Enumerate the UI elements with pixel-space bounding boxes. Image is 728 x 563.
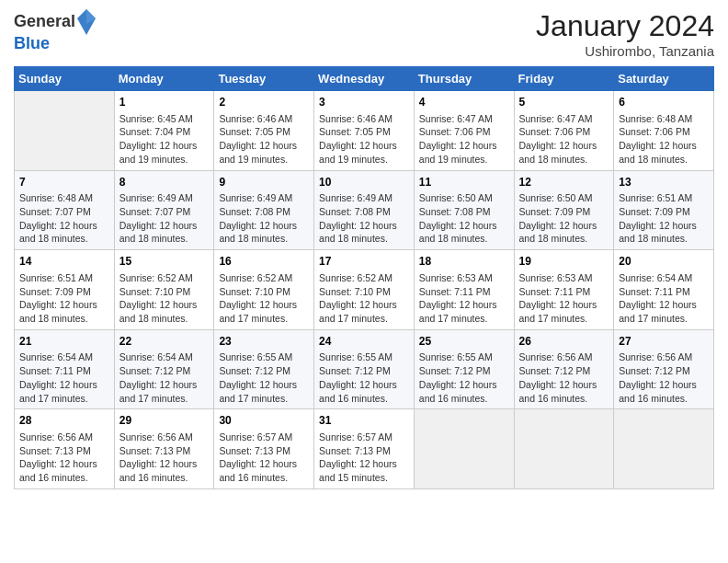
day-detail: Sunrise: 6:56 AMSunset: 7:13 PMDaylight:…	[119, 431, 210, 485]
day-cell: 4Sunrise: 6:47 AMSunset: 7:06 PMDaylight…	[414, 91, 514, 171]
day-cell: 6Sunrise: 6:48 AMSunset: 7:06 PMDaylight…	[614, 91, 714, 171]
day-number: 10	[319, 175, 409, 190]
day-number: 7	[19, 175, 109, 190]
day-cell: 21Sunrise: 6:54 AMSunset: 7:11 PMDayligh…	[15, 329, 115, 409]
day-cell: 28Sunrise: 6:56 AMSunset: 7:13 PMDayligh…	[15, 409, 115, 489]
day-cell: 16Sunrise: 6:52 AMSunset: 7:10 PMDayligh…	[214, 250, 314, 330]
day-cell: 1Sunrise: 6:45 AMSunset: 7:04 PMDaylight…	[114, 91, 214, 171]
day-detail: Sunrise: 6:52 AMSunset: 7:10 PMDaylight:…	[219, 271, 309, 326]
day-detail: Sunrise: 6:51 AMSunset: 7:09 PMDaylight:…	[19, 271, 109, 326]
day-cell: 3Sunrise: 6:46 AMSunset: 7:05 PMDaylight…	[314, 91, 415, 171]
week-row-1: 1Sunrise: 6:45 AMSunset: 7:04 PMDaylight…	[15, 91, 714, 171]
day-number: 4	[419, 95, 509, 110]
day-cell: 8Sunrise: 6:49 AMSunset: 7:07 PMDaylight…	[114, 170, 214, 250]
day-detail: Sunrise: 6:52 AMSunset: 7:10 PMDaylight:…	[319, 271, 409, 326]
day-number: 23	[219, 334, 309, 350]
day-detail: Sunrise: 6:54 AMSunset: 7:11 PMDaylight:…	[19, 350, 109, 405]
day-number: 28	[19, 413, 109, 429]
header-monday: Monday	[114, 67, 214, 91]
day-number: 29	[119, 413, 210, 429]
day-number: 19	[519, 254, 609, 270]
day-detail: Sunrise: 6:49 AMSunset: 7:08 PMDaylight:…	[219, 191, 309, 246]
day-cell: 29Sunrise: 6:56 AMSunset: 7:13 PMDayligh…	[114, 409, 214, 489]
day-cell: 9Sunrise: 6:49 AMSunset: 7:08 PMDaylight…	[214, 170, 314, 250]
day-cell: 5Sunrise: 6:47 AMSunset: 7:06 PMDaylight…	[514, 91, 614, 171]
header-friday: Friday	[514, 67, 614, 91]
day-number: 14	[19, 254, 109, 270]
day-detail: Sunrise: 6:46 AMSunset: 7:05 PMDaylight:…	[219, 112, 309, 167]
day-detail: Sunrise: 6:57 AMSunset: 7:13 PMDaylight:…	[319, 431, 409, 485]
day-cell	[514, 409, 614, 489]
logo-blue: Blue	[14, 34, 50, 52]
day-detail: Sunrise: 6:48 AMSunset: 7:07 PMDaylight:…	[19, 191, 109, 246]
header: General Blue January 2024 Ushirombo, Tan…	[14, 9, 714, 59]
day-number: 20	[619, 254, 709, 270]
day-detail: Sunrise: 6:50 AMSunset: 7:08 PMDaylight:…	[419, 191, 509, 246]
calendar-header: Sunday Monday Tuesday Wednesday Thursday…	[15, 67, 714, 91]
day-detail: Sunrise: 6:45 AMSunset: 7:04 PMDaylight:…	[119, 112, 210, 167]
day-cell: 31Sunrise: 6:57 AMSunset: 7:13 PMDayligh…	[314, 409, 415, 489]
day-number: 5	[519, 95, 609, 110]
day-detail: Sunrise: 6:56 AMSunset: 7:13 PMDaylight:…	[19, 431, 109, 485]
day-cell	[614, 409, 714, 489]
day-number: 22	[119, 334, 210, 350]
day-number: 13	[619, 175, 709, 190]
day-cell: 13Sunrise: 6:51 AMSunset: 7:09 PMDayligh…	[614, 170, 714, 250]
day-detail: Sunrise: 6:54 AMSunset: 7:11 PMDaylight:…	[619, 271, 709, 326]
day-number: 9	[219, 175, 309, 190]
day-cell: 25Sunrise: 6:55 AMSunset: 7:12 PMDayligh…	[414, 329, 514, 409]
day-number: 15	[119, 254, 210, 270]
day-cell: 18Sunrise: 6:53 AMSunset: 7:11 PMDayligh…	[414, 250, 514, 330]
day-detail: Sunrise: 6:46 AMSunset: 7:05 PMDaylight:…	[319, 112, 409, 167]
logo-icon	[77, 9, 96, 35]
day-detail: Sunrise: 6:50 AMSunset: 7:09 PMDaylight:…	[519, 191, 609, 246]
day-cell: 30Sunrise: 6:57 AMSunset: 7:13 PMDayligh…	[214, 409, 314, 489]
logo: General Blue	[14, 9, 96, 53]
day-detail: Sunrise: 6:51 AMSunset: 7:09 PMDaylight:…	[619, 191, 709, 246]
day-detail: Sunrise: 6:56 AMSunset: 7:12 PMDaylight:…	[519, 350, 609, 405]
day-detail: Sunrise: 6:47 AMSunset: 7:06 PMDaylight:…	[519, 112, 609, 167]
title-block: January 2024 Ushirombo, Tanzania	[536, 9, 714, 59]
day-cell	[15, 91, 115, 171]
day-number: 11	[419, 175, 509, 190]
calendar-body: 1Sunrise: 6:45 AMSunset: 7:04 PMDaylight…	[15, 91, 714, 489]
day-cell: 26Sunrise: 6:56 AMSunset: 7:12 PMDayligh…	[514, 329, 614, 409]
day-cell: 24Sunrise: 6:55 AMSunset: 7:12 PMDayligh…	[314, 329, 415, 409]
day-cell: 23Sunrise: 6:55 AMSunset: 7:12 PMDayligh…	[214, 329, 314, 409]
header-thursday: Thursday	[414, 67, 514, 91]
calendar-page: General Blue January 2024 Ushirombo, Tan…	[0, 0, 728, 563]
day-number: 18	[419, 254, 509, 270]
day-cell: 12Sunrise: 6:50 AMSunset: 7:09 PMDayligh…	[514, 170, 614, 250]
day-number: 25	[419, 334, 509, 350]
day-cell: 7Sunrise: 6:48 AMSunset: 7:07 PMDaylight…	[15, 170, 115, 250]
day-cell: 27Sunrise: 6:56 AMSunset: 7:12 PMDayligh…	[614, 329, 714, 409]
day-number: 3	[319, 95, 409, 110]
day-cell: 20Sunrise: 6:54 AMSunset: 7:11 PMDayligh…	[614, 250, 714, 330]
day-number: 1	[119, 95, 210, 110]
day-number: 26	[519, 334, 609, 350]
day-detail: Sunrise: 6:47 AMSunset: 7:06 PMDaylight:…	[419, 112, 509, 167]
day-number: 31	[319, 413, 409, 429]
header-sunday: Sunday	[15, 67, 115, 91]
day-number: 30	[219, 413, 309, 429]
day-detail: Sunrise: 6:57 AMSunset: 7:13 PMDaylight:…	[219, 431, 309, 485]
week-row-4: 21Sunrise: 6:54 AMSunset: 7:11 PMDayligh…	[15, 329, 714, 409]
day-number: 12	[519, 175, 609, 190]
header-tuesday: Tuesday	[214, 67, 314, 91]
day-cell: 19Sunrise: 6:53 AMSunset: 7:11 PMDayligh…	[514, 250, 614, 330]
day-cell: 11Sunrise: 6:50 AMSunset: 7:08 PMDayligh…	[414, 170, 514, 250]
day-detail: Sunrise: 6:48 AMSunset: 7:06 PMDaylight:…	[619, 112, 709, 167]
day-detail: Sunrise: 6:53 AMSunset: 7:11 PMDaylight:…	[519, 271, 609, 326]
header-row: Sunday Monday Tuesday Wednesday Thursday…	[15, 67, 714, 91]
day-number: 16	[219, 254, 309, 270]
day-number: 6	[619, 95, 709, 110]
day-detail: Sunrise: 6:55 AMSunset: 7:12 PMDaylight:…	[419, 350, 509, 405]
calendar-subtitle: Ushirombo, Tanzania	[536, 43, 714, 59]
header-saturday: Saturday	[614, 67, 714, 91]
day-number: 2	[219, 95, 309, 110]
day-number: 21	[19, 334, 109, 350]
header-wednesday: Wednesday	[314, 67, 415, 91]
day-number: 27	[619, 334, 709, 350]
calendar-table: Sunday Monday Tuesday Wednesday Thursday…	[14, 66, 714, 489]
day-cell	[414, 409, 514, 489]
